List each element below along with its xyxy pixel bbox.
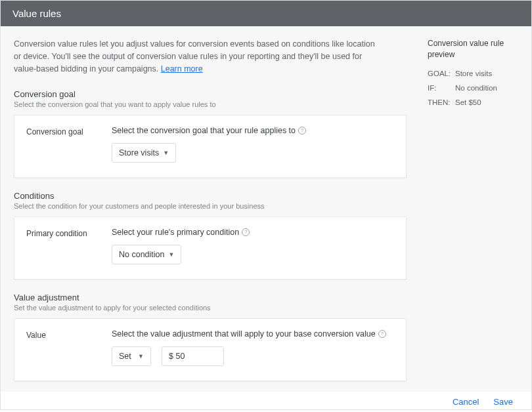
conditions-section-title: Conditions [14,191,407,201]
learn-more-link[interactable]: Learn more [161,64,203,73]
preview-panel: Conversion value rule preview GOAL: Stor… [420,26,531,392]
preview-title: Conversion value rule preview [428,38,522,60]
value-amount-input[interactable] [162,346,224,366]
body-area: Conversion value rules let you adjust va… [1,26,531,392]
help-icon[interactable]: ? [242,228,250,236]
goal-section-sub: Select the conversion goal that you want… [14,100,407,108]
preview-goal-value: Store visits [455,70,492,77]
cancel-button[interactable]: Cancel [453,397,479,407]
conditions-card-content: Select your rule's primary condition ? N… [112,228,394,264]
save-button[interactable]: Save [493,397,513,407]
help-icon[interactable]: ? [298,127,306,134]
page-title: Value rules [12,8,61,19]
footer-actions: Cancel Save [1,392,531,409]
goal-dropdown[interactable]: Store visits ▼ [112,143,176,163]
conditions-card: Primary condition Select your rule's pri… [14,216,407,279]
preview-goal-row: GOAL: Store visits [428,70,522,77]
conditions-row-label: Primary condition [26,228,112,264]
help-icon[interactable]: ? [378,330,386,338]
value-action-dropdown[interactable]: Set ▼ [112,346,151,366]
preview-then-value: Set $50 [455,98,481,106]
app-frame: Value rules Conversion value rules let y… [0,0,532,410]
value-card: Value Select the value adjustment that w… [14,318,407,381]
value-field-title-text: Select the value adjustment that will ap… [112,329,376,339]
chevron-down-icon: ▼ [138,353,144,360]
preview-if-value: No condition [455,84,497,92]
conditions-section-sub: Select the condition for your customers … [14,202,407,210]
chevron-down-icon: ▼ [163,150,169,156]
header-bar: Value rules [1,1,531,26]
goal-section-title: Conversion goal [14,89,407,99]
main-column: Conversion value rules let you adjust va… [1,26,420,392]
preview-then-row: THEN: Set $50 [428,98,522,106]
preview-goal-label: GOAL: [428,70,451,77]
value-section-sub: Set the value adjustment to apply for yo… [14,304,407,312]
preview-then-label: THEN: [428,98,451,106]
conditions-field-title-text: Select your rule's primary condition [112,228,239,237]
value-row: Set ▼ [112,346,394,366]
goal-row-label: Conversion goal [26,126,112,163]
conditions-dropdown[interactable]: No condition ▼ [112,245,181,264]
goal-card-content: Select the conversion goal that your rul… [112,126,394,163]
goal-field-title-text: Select the conversion goal that your rul… [112,126,296,135]
goal-card: Conversion goal Select the conversion go… [14,115,407,178]
value-row-label: Value [26,329,112,366]
intro-text: Conversion value rules let you adjust va… [14,38,382,75]
preview-if-label: IF: [428,84,451,92]
goal-field-title: Select the conversion goal that your rul… [112,126,394,135]
value-section-title: Value adjustment [14,293,407,302]
goal-dropdown-value: Store visits [119,148,159,157]
value-action-value: Set [119,352,131,361]
chevron-down-icon: ▼ [169,251,175,258]
preview-if-row: IF: No condition [428,84,522,92]
value-card-content: Select the value adjustment that will ap… [112,329,394,366]
conditions-dropdown-value: No condition [119,250,165,259]
value-field-title: Select the value adjustment that will ap… [112,329,394,339]
conditions-field-title: Select your rule's primary condition ? [112,228,394,237]
